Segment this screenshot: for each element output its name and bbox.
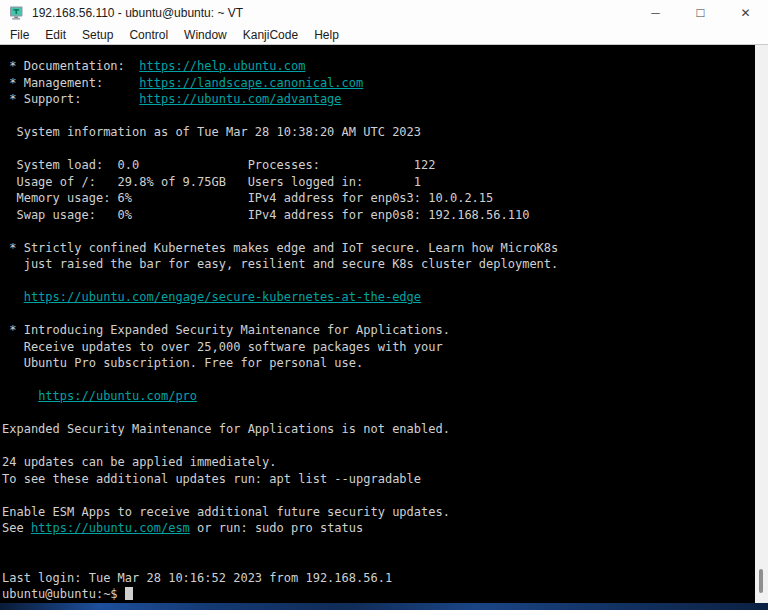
terminal-line: * Documentation: https://help.ubuntu.com [2,58,755,75]
terminal-text: 24 updates can be applied immediately. [2,455,277,469]
menu-item-window[interactable]: Window [176,26,235,44]
terminal-line: * Introducing Expanded Security Maintena… [2,322,755,339]
terminal-text: * Support: [2,92,139,106]
minimize-icon: ─ [651,7,660,19]
terminal-line: * Management: https://landscape.canonica… [2,75,755,92]
terminal-text: * Introducing Expanded Security Maintena… [2,323,450,337]
terminal-line [2,273,755,290]
terminal-link[interactable]: https://ubuntu.com/esm [31,521,190,535]
terminal-line [2,438,755,455]
window-controls: ─ □ ✕ [633,0,768,26]
terminal-line: Last login: Tue Mar 28 10:16:52 2023 fro… [2,570,755,587]
terminal-text [2,389,38,403]
terminal-screen[interactable]: * Documentation: https://help.ubuntu.com… [0,45,755,603]
terminal-link[interactable]: https://ubuntu.com/pro [38,389,197,403]
desktop-taskbar-strip [0,603,768,610]
close-icon: ✕ [740,7,750,19]
terminal-text: System information as of Tue Mar 28 10:3… [2,125,421,139]
terminal-line: Swap usage: 0% IPv4 address for enp0s8: … [2,207,755,224]
terminal-line: To see these additional updates run: apt… [2,471,755,488]
terminal-line [2,372,755,389]
terminal-line: Usage of /: 29.8% of 9.75GB Users logged… [2,174,755,191]
menu-item-help[interactable]: Help [306,26,347,44]
terminal-link[interactable]: https://ubuntu.com/advantage [139,92,341,106]
scrollbar-thumb[interactable] [759,569,763,593]
terminal-line: https://ubuntu.com/pro [2,388,755,405]
terminal-link[interactable]: https://landscape.canonical.com [139,76,363,90]
terminal-text: Expanded Security Maintenance for Applic… [2,422,450,436]
terminal-line: System information as of Tue Mar 28 10:3… [2,124,755,141]
menu-item-control[interactable]: Control [121,26,176,44]
tera-term-window: 192.168.56.110 - ubuntu@ubuntu: ~ VT ─ □… [0,0,768,610]
terminal-area: * Documentation: https://help.ubuntu.com… [0,45,768,603]
scrollbar[interactable] [755,45,768,603]
terminal-line: * Support: https://ubuntu.com/advantage [2,91,755,108]
terminal-text: * Strictly confined Kubernetes makes edg… [2,241,558,255]
terminal-text [2,290,24,304]
terminal-text: * Management: [2,76,139,90]
terminal-line [2,553,755,570]
terminal-line: 24 updates can be applied immediately. [2,454,755,471]
terminal-text: Last login: Tue Mar 28 10:16:52 2023 fro… [2,571,392,585]
window-title: 192.168.56.110 - ubuntu@ubuntu: ~ VT [32,6,633,20]
terminal-text: Usage of /: 29.8% of 9.75GB Users logged… [2,175,421,189]
terminal-text: just raised the bar for easy, resilient … [2,257,558,271]
maximize-button[interactable]: □ [678,0,723,26]
menu-item-edit[interactable]: Edit [37,26,74,44]
close-button[interactable]: ✕ [723,0,768,26]
tera-term-icon[interactable] [9,6,24,20]
terminal-line: Memory usage: 6% IPv4 address for enp0s3… [2,190,755,207]
terminal-link[interactable]: https://ubuntu.com/engage/secure-kuberne… [24,290,421,304]
terminal-line [2,306,755,323]
terminal-line: Ubuntu Pro subscription. Free for person… [2,355,755,372]
terminal-line [2,223,755,240]
terminal-line [2,487,755,504]
terminal-link[interactable]: https://help.ubuntu.com [139,59,305,73]
terminal-text: To see these additional updates run: apt… [2,472,421,486]
minimize-button[interactable]: ─ [633,0,678,26]
menu-item-file[interactable]: File [2,26,37,44]
titlebar[interactable]: 192.168.56.110 - ubuntu@ubuntu: ~ VT ─ □… [0,0,768,26]
terminal-line: Receive updates to over 25,000 software … [2,339,755,356]
terminal-text: or run: sudo pro status [190,521,363,535]
terminal-line [2,405,755,422]
terminal-line: just raised the bar for easy, resilient … [2,256,755,273]
terminal-line: ubuntu@ubuntu:~$ [2,586,755,603]
terminal-line [2,108,755,125]
terminal-text: Enable ESM Apps to receive additional fu… [2,505,450,519]
terminal-line [2,141,755,158]
terminal-line: https://ubuntu.com/engage/secure-kuberne… [2,289,755,306]
menu-item-kanjicode[interactable]: KanjiCode [235,26,306,44]
terminal-text: Swap usage: 0% IPv4 address for enp0s8: … [2,208,529,222]
terminal-text: * Documentation: [2,59,139,73]
terminal-text: Memory usage: 6% IPv4 address for enp0s3… [2,191,493,205]
terminal-line [2,537,755,554]
terminal-line: * Strictly confined Kubernetes makes edg… [2,240,755,257]
terminal-line: See https://ubuntu.com/esm or run: sudo … [2,520,755,537]
terminal-line: System load: 0.0 Processes: 122 [2,157,755,174]
menu-bar: File Edit Setup Control Window KanjiCode… [0,26,768,45]
terminal-text: Receive updates to over 25,000 software … [2,340,443,354]
terminal-line: Enable ESM Apps to receive additional fu… [2,504,755,521]
maximize-icon: □ [697,6,705,19]
terminal-text: ubuntu@ubuntu:~$ [2,587,125,601]
terminal-line: Expanded Security Maintenance for Applic… [2,421,755,438]
terminal-text: See [2,521,31,535]
terminal-text: System load: 0.0 Processes: 122 [2,158,435,172]
terminal-cursor [125,587,133,600]
terminal-text: Ubuntu Pro subscription. Free for person… [2,356,363,370]
menu-item-setup[interactable]: Setup [74,26,121,44]
